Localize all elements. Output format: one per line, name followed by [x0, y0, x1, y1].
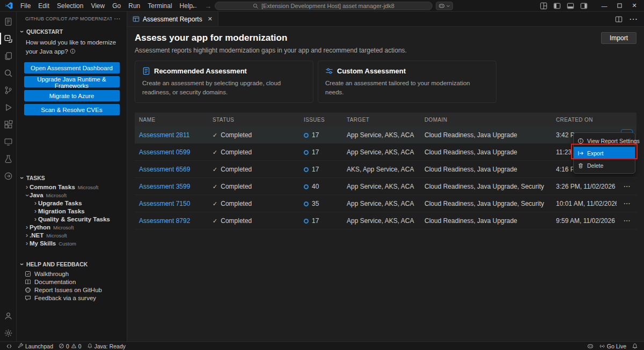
assessment-link[interactable]: Assessment 2811: [135, 131, 208, 139]
split-editor-icon[interactable]: [615, 16, 623, 23]
target-cell: App Service, AKS, ACA: [342, 200, 420, 207]
java-status[interactable]: Java: Ready: [84, 342, 128, 350]
testing-beaker-icon[interactable]: [0, 150, 16, 167]
tasks-item-common-tasks[interactable]: › Common Tasks Microsoft: [17, 183, 127, 191]
row-context-menu: View Report Settings Export Delete: [573, 132, 635, 174]
menu-item-view-report-settings[interactable]: View Report Settings: [574, 135, 635, 147]
maximize-button[interactable]: [612, 0, 627, 12]
menu-item-delete[interactable]: Delete: [574, 159, 635, 172]
bell-icon: [632, 343, 638, 349]
tasks-item-my-skills[interactable]: › My Skills Custom: [17, 240, 127, 248]
assessment-link[interactable]: Assessment 3599: [135, 183, 208, 190]
extensions-icon[interactable]: [0, 116, 16, 133]
tasks-item-dotnet[interactable]: › .NET Microsoft: [17, 232, 127, 240]
tasks-item-migration-tasks[interactable]: › Migration Tasks: [17, 207, 127, 215]
panel-right-icon[interactable]: [580, 2, 588, 10]
table-row[interactable]: Assessment 7150 ✓Completed 35 App Servic…: [135, 195, 636, 212]
menu-selection[interactable]: Selection: [53, 0, 87, 12]
account-icon[interactable]: [0, 307, 16, 324]
table-row[interactable]: Assessment 0599 ✓Completed 17 App Servic…: [135, 144, 636, 161]
panel-bottom-icon[interactable]: [567, 2, 574, 10]
editor-more-actions-icon[interactable]: ⋯: [629, 14, 638, 24]
menu-go[interactable]: Go: [108, 0, 125, 12]
section-tasks[interactable]: › TASKS: [17, 172, 127, 183]
migrate-to-azure-button[interactable]: Migrate to Azure: [24, 90, 120, 101]
scan-resolve-cves-button[interactable]: Scan & Resolve CVEs: [24, 104, 120, 115]
chevron-down-icon: ›: [23, 193, 31, 198]
menu-edit[interactable]: Edit: [34, 0, 53, 12]
info-icon: [577, 138, 584, 144]
forward-button[interactable]: →: [204, 2, 211, 10]
layout-grid-icon[interactable]: [540, 2, 547, 10]
help-item-feedback-survey[interactable]: Feedback via a survey: [17, 294, 127, 302]
copilot-menu-button[interactable]: [436, 2, 453, 10]
files-copy-icon[interactable]: [0, 47, 16, 64]
walkthrough-icon: [25, 271, 31, 277]
export-icon: [577, 150, 584, 157]
status-bar: Launchpad 0 0 Java: Ready Go Live: [0, 341, 644, 350]
row-actions-button[interactable]: ⋯: [621, 181, 633, 192]
panel-left-icon[interactable]: [553, 2, 561, 10]
assessment-link[interactable]: Assessment 7150: [135, 200, 208, 207]
search-icon[interactable]: [0, 64, 16, 81]
notifications-bell[interactable]: [629, 342, 641, 350]
settings-gear-icon[interactable]: [0, 324, 16, 341]
issues-donut-icon: [304, 167, 309, 172]
tasks-item-python[interactable]: › Python Microsoft: [17, 224, 127, 232]
help-item-documentation[interactable]: Documentation: [17, 278, 127, 286]
tasks-item-upgrade-tasks[interactable]: › Upgrade Tasks: [17, 199, 127, 207]
col-created-on: CREATED ON: [552, 117, 617, 123]
custom-assessment-card[interactable]: Custom Assessment Create an assessment t…: [318, 61, 496, 103]
command-center-search[interactable]: [Extension Development Host] asset manag…: [215, 2, 433, 10]
help-item-walkthrough[interactable]: Walkthrough: [17, 270, 127, 278]
tab-assessment-reports[interactable]: Assessment Reports ✕: [127, 12, 218, 26]
recommended-assessment-card[interactable]: Recommended Assessment Create an assessm…: [135, 61, 313, 103]
app-modernization-icon[interactable]: [0, 30, 16, 47]
sidebar-more-actions-icon[interactable]: ⋯: [112, 15, 122, 23]
search-text: [Extension Development Host] asset manag…: [261, 3, 394, 9]
source-control-icon[interactable]: [0, 81, 16, 99]
row-actions-button[interactable]: ⋯: [621, 198, 633, 210]
page-subtitle: Assessment reports highlight modernizati…: [135, 47, 636, 54]
import-button[interactable]: Import: [601, 32, 636, 44]
menu-file[interactable]: File: [17, 0, 34, 12]
info-icon[interactable]: [70, 48, 76, 54]
menu-view[interactable]: View: [87, 0, 108, 12]
menu-item-export[interactable]: Export: [574, 147, 635, 159]
tasks-item-quality-security-tasks[interactable]: › Quality & Security Tasks: [17, 215, 127, 224]
remote-explorer-icon[interactable]: [0, 133, 16, 150]
back-button[interactable]: ←: [191, 2, 198, 10]
output-icon[interactable]: [0, 167, 16, 184]
tasks-item-java[interactable]: › Java Microsoft: [17, 191, 127, 199]
remote-indicator[interactable]: [3, 342, 15, 350]
problems-status[interactable]: 0 0: [56, 342, 84, 350]
section-help-and-feedback[interactable]: › HELP AND FEEDBACK: [17, 258, 127, 270]
menu-run[interactable]: Run: [125, 0, 144, 12]
table-row[interactable]: Assessment 2811 ✓Completed 17 App Servic…: [135, 126, 636, 144]
log-viewer-icon[interactable]: [0, 13, 16, 30]
assessment-link[interactable]: Assessment 0599: [135, 148, 208, 156]
assessment-link[interactable]: Assessment 6569: [135, 166, 208, 173]
copilot-status[interactable]: [584, 342, 596, 350]
help-item-report-issues[interactable]: Report Issues on GitHub: [17, 286, 127, 294]
sidebar: GITHUB COPILOT APP MODERNIZATION ⋯ › QUI…: [17, 12, 127, 341]
minimize-button[interactable]: —: [597, 0, 612, 12]
go-live-status[interactable]: Go Live: [596, 342, 629, 350]
open-assessment-dashboard-button[interactable]: Open Assessment Dashboard: [24, 62, 120, 73]
assessment-link[interactable]: Assessment 8792: [135, 217, 208, 225]
table-row[interactable]: Assessment 8792 ✓Completed 17 App Servic…: [135, 212, 636, 229]
table-row[interactable]: Assessment 3599 ✓Completed 40 App Servic…: [135, 178, 636, 195]
row-actions-button[interactable]: ⋯: [621, 215, 633, 227]
upgrade-java-runtime-button[interactable]: Upgrade Java Runtime & Frameworks: [24, 76, 120, 87]
chevron-down-icon: ›: [18, 175, 26, 181]
close-button[interactable]: ✕: [627, 0, 642, 12]
table-row[interactable]: Assessment 6569 ✓Completed 17 AKS, App S…: [135, 161, 636, 178]
tab-bar: Assessment Reports ✕ ⋯: [127, 12, 644, 27]
issues-cell: 40: [299, 183, 342, 190]
issues-cell: 35: [299, 200, 342, 207]
launchpad-status[interactable]: Launchpad: [15, 342, 56, 350]
menu-terminal[interactable]: Terminal: [144, 0, 175, 12]
section-quickstart[interactable]: › QUICKSTART: [17, 26, 127, 37]
run-debug-icon[interactable]: [0, 99, 16, 116]
tab-close-icon[interactable]: ✕: [208, 16, 213, 23]
